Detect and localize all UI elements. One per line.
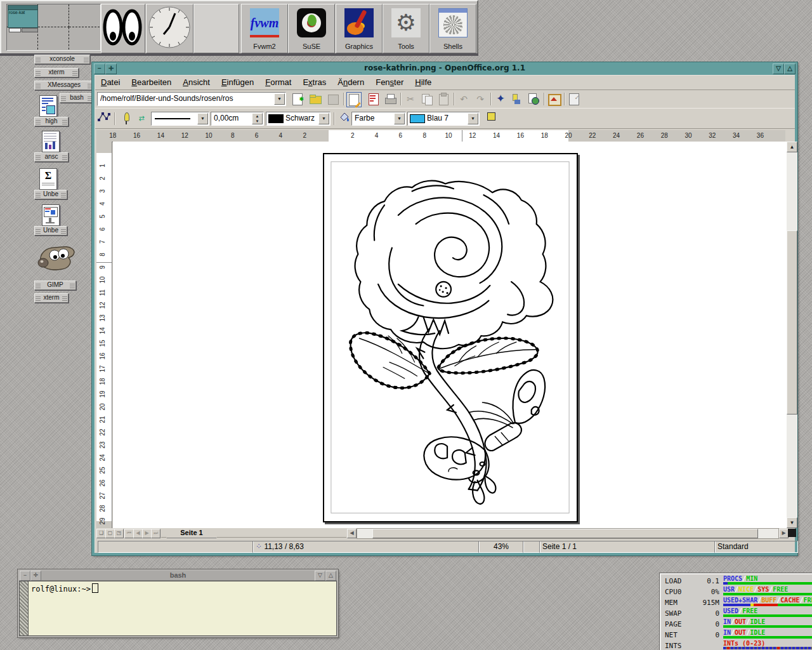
- print-icon[interactable]: [383, 92, 397, 106]
- shade-button[interactable]: ▽: [773, 63, 784, 74]
- line-width-value[interactable]: 0,00cm: [214, 114, 252, 123]
- line-style-combobox[interactable]: ▼: [151, 112, 209, 126]
- chevron-down-icon[interactable]: ▼: [197, 113, 208, 124]
- page-tab-seite-1[interactable]: Seite 1: [161, 528, 222, 538]
- vertical-scroll-thumb[interactable]: [787, 230, 797, 415]
- icon-xterm[interactable]: xterm: [34, 68, 79, 77]
- status-page-field[interactable]: Seite 1 / 1: [539, 541, 716, 553]
- terminal-content[interactable]: rolf@linux:~>: [19, 581, 337, 636]
- shade-button[interactable]: ▽: [315, 571, 325, 581]
- taskbar-button-suse[interactable]: SuSE: [288, 4, 335, 53]
- first-page-icon[interactable]: ⏮: [124, 529, 134, 538]
- menu-bearbeiten[interactable]: Bearbeiten: [126, 76, 177, 87]
- scroll-left-icon[interactable]: ◀: [347, 529, 357, 538]
- menu-datei[interactable]: Datei: [95, 76, 126, 87]
- drawing-canvas[interactable]: [113, 142, 787, 528]
- taskbar-button-tools[interactable]: ⚙Tools: [383, 4, 429, 53]
- chevron-down-icon[interactable]: ▼: [468, 113, 478, 124]
- calc-document-icon[interactable]: [42, 131, 60, 152]
- layer-mode-button[interactable]: ◳: [114, 529, 124, 538]
- status-zoom-field[interactable]: 43%: [478, 541, 524, 553]
- spinner-buttons[interactable]: ▲▼: [252, 113, 263, 124]
- menu-format[interactable]: Format: [259, 76, 297, 87]
- chevron-down-icon[interactable]: ▼: [274, 93, 285, 105]
- menu-fenster[interactable]: Fenster: [370, 76, 409, 87]
- fill-bucket-icon[interactable]: [337, 111, 351, 125]
- menu-einfgen[interactable]: Einfügen: [216, 76, 259, 87]
- menu-ndern[interactable]: Ändern: [332, 76, 370, 87]
- export-document-icon[interactable]: [367, 92, 381, 106]
- vertical-scrollbar[interactable]: ▲ ▼: [787, 142, 797, 528]
- raise-button[interactable]: △: [325, 571, 336, 581]
- icon-math-doc[interactable]: Unbe: [34, 190, 67, 199]
- writer-document-icon[interactable]: [39, 95, 57, 117]
- taskbar-button-fvwm2[interactable]: fvwmFvwm2: [241, 4, 288, 53]
- prev-page-icon[interactable]: ◀: [133, 529, 143, 538]
- fill-type-value[interactable]: Farbe: [355, 114, 394, 123]
- icon-xmessages[interactable]: XMessages: [34, 81, 94, 90]
- new-document-icon[interactable]: ✱: [291, 92, 304, 106]
- horizontal-scroll-thumb[interactable]: [372, 529, 758, 538]
- line-color-name[interactable]: Schwarz: [285, 114, 318, 123]
- save-document-icon[interactable]: [326, 92, 340, 106]
- edit-file-icon[interactable]: [346, 92, 362, 107]
- icon-gimp[interactable]: GIMP: [34, 281, 76, 290]
- math-document-icon[interactable]: Σ: [39, 168, 57, 190]
- pen-style-icon[interactable]: [119, 111, 133, 125]
- undo-icon[interactable]: ↶: [457, 92, 471, 106]
- taskbar-button-graphics[interactable]: Graphics: [336, 4, 383, 53]
- fill-color-combobox[interactable]: Blau 7 ▼: [407, 112, 480, 126]
- navigator-icon[interactable]: ✦: [494, 92, 508, 106]
- shadow-toggle-icon[interactable]: [486, 111, 500, 125]
- line-width-spinner[interactable]: 0,00cm ▲▼: [211, 112, 264, 126]
- raise-button[interactable]: △: [784, 63, 796, 74]
- fill-color-name[interactable]: Blau 7: [427, 114, 468, 123]
- arrow-style-icon[interactable]: ⇄: [134, 111, 148, 125]
- terminal-scrollbar[interactable]: [20, 581, 29, 635]
- gimp-wilber-icon[interactable]: [36, 240, 77, 273]
- menu-hilfe[interactable]: Hilfe: [409, 76, 437, 87]
- icon-calc-doc[interactable]: ansc: [34, 152, 69, 162]
- last-page-icon[interactable]: ⏭: [151, 529, 160, 538]
- icon-bash[interactable]: bash: [60, 93, 94, 103]
- rose-drawing[interactable]: [324, 154, 577, 521]
- chevron-down-icon[interactable]: ▼: [318, 113, 329, 124]
- stylist-icon[interactable]: [510, 92, 524, 106]
- icon-writer-doc[interactable]: high: [34, 117, 69, 126]
- next-page-icon[interactable]: ▶: [142, 529, 152, 538]
- menu-extras[interactable]: Extras: [297, 76, 332, 87]
- title-bar[interactable]: − ✛ rose-kathrin.png - OpenOffice.org 1.…: [92, 62, 797, 75]
- terminal-title-bar[interactable]: − ✛ bash ▽ △: [19, 571, 337, 581]
- status-style-field[interactable]: Standard: [714, 541, 798, 553]
- copy-icon[interactable]: [420, 92, 434, 106]
- resize-corner[interactable]: [788, 529, 796, 537]
- menu-ansicht[interactable]: Ansicht: [177, 76, 216, 87]
- pager-mini-window[interactable]: rose-kat: [8, 5, 38, 28]
- horizontal-scrollbar[interactable]: [357, 528, 779, 539]
- scroll-up-icon[interactable]: ▲: [787, 142, 797, 152]
- page-mode-button[interactable]: ❏: [96, 529, 106, 538]
- pager-mini-window[interactable]: [22, 28, 38, 32]
- master-mode-button[interactable]: ▢: [105, 529, 115, 538]
- icon-xconsole[interactable]: xconsole: [34, 55, 90, 64]
- fill-type-combobox[interactable]: Farbe ▼: [351, 112, 406, 126]
- redo-icon[interactable]: ↷: [473, 92, 487, 106]
- taskbar-button-shells[interactable]: Shells: [429, 4, 476, 53]
- spellcheck-icon[interactable]: ✓: [567, 92, 581, 106]
- scroll-right-icon[interactable]: ▶: [779, 529, 789, 538]
- cut-icon[interactable]: ✂: [403, 92, 417, 106]
- url-value[interactable]: /home/rolf/Bilder-und-Sounds/rosen/ros: [100, 94, 274, 103]
- line-color-combobox[interactable]: Schwarz ▼: [266, 112, 331, 126]
- impress-document-icon[interactable]: [42, 204, 60, 226]
- chevron-down-icon[interactable]: ▼: [394, 113, 405, 124]
- scroll-down-icon[interactable]: ▼: [787, 517, 797, 528]
- icon-xterm-2[interactable]: xterm: [34, 293, 69, 303]
- fvwm-pager[interactable]: rose-kat: [6, 4, 101, 51]
- edit-points-icon[interactable]: [97, 111, 111, 125]
- gallery-icon[interactable]: [547, 92, 561, 106]
- hyperlink-globe-icon[interactable]: [527, 92, 540, 106]
- paste-icon[interactable]: [436, 92, 450, 106]
- pager-mini-window[interactable]: [9, 28, 21, 32]
- url-combobox[interactable]: /home/rolf/Bilder-und-Sounds/rosen/ros ▼: [97, 92, 286, 106]
- status-position-field[interactable]: ⁘ 11,13 / 8,63: [252, 541, 480, 553]
